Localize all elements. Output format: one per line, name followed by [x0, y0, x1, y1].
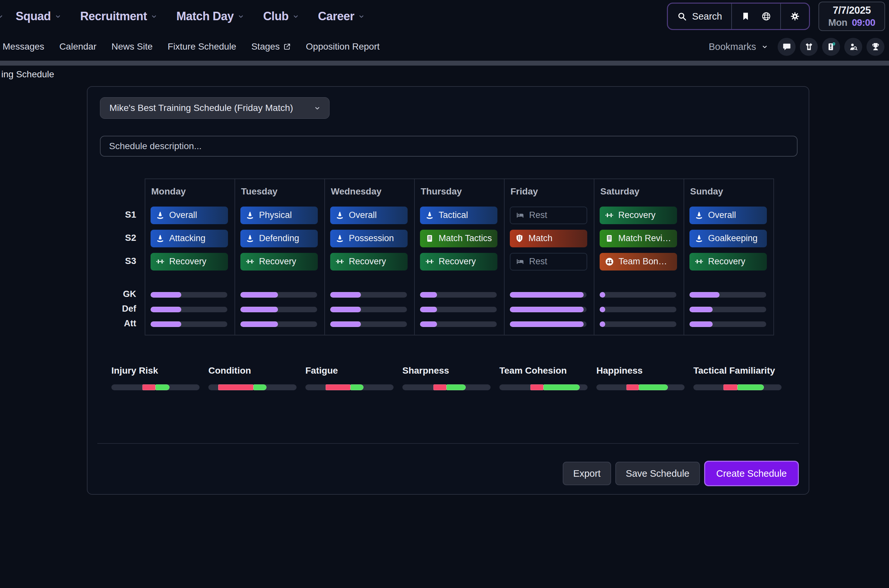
session-saturday-team-bondi[interactable]: Team Bondi...: [600, 253, 677, 270]
session-friday-match[interactable]: Match: [510, 230, 587, 248]
session-monday-overall[interactable]: Overall: [150, 207, 228, 224]
subnav-opposition-report[interactable]: Opposition Report: [306, 42, 380, 52]
cone-icon: [245, 211, 254, 220]
workload-bar-sunday-att: [689, 321, 766, 327]
workload-bar-tuesday-gk: [241, 292, 317, 298]
day-column-friday: Friday Rest Match Rest: [504, 179, 594, 335]
schedule-panel: Mike's Best Training Schedule (Friday Ma…: [87, 86, 809, 495]
session-wednesday-possession[interactable]: Possession: [330, 230, 408, 248]
bookmarks-dropdown[interactable]: Bookmarks: [709, 42, 767, 52]
globe-icon[interactable]: [761, 11, 771, 21]
dumbbell-icon: [605, 211, 614, 220]
day-header: Monday: [145, 179, 235, 204]
clock-day: Mon: [828, 17, 847, 28]
save-schedule-button[interactable]: Save Schedule: [615, 462, 700, 485]
session-tuesday-physical[interactable]: Physical: [241, 207, 318, 224]
session-sunday-recovery[interactable]: Recovery: [689, 253, 767, 270]
session-monday-recovery[interactable]: Recovery: [150, 253, 228, 270]
workload-bar-friday-gk: [510, 292, 587, 298]
nav-recruitment[interactable]: Recruitment: [80, 9, 157, 23]
unit-row-label: Def: [116, 302, 145, 316]
day-column-thursday: Thursday Tactical Match Tactics Recovery: [414, 179, 504, 335]
stat-sharpness: Sharpness: [402, 366, 490, 390]
schedule-select[interactable]: Mike's Best Training Schedule (Friday Ma…: [100, 97, 329, 119]
export-button[interactable]: Export: [563, 462, 611, 485]
stat-bar-happiness: [596, 384, 684, 390]
session-tuesday-recovery[interactable]: Recovery: [241, 253, 318, 270]
dumbbell-icon: [335, 257, 344, 266]
workload-bar-saturday-def: [600, 307, 676, 312]
subnav-fixture-schedule[interactable]: Fixture Schedule: [167, 42, 236, 52]
stat-fatigue: Fatigue: [305, 366, 394, 390]
day-header: Tuesday: [235, 179, 324, 204]
stat-bar-sharpness: [402, 384, 490, 390]
toolbar-pill: Search: [667, 3, 810, 30]
subnav-messages[interactable]: Messages: [3, 42, 44, 52]
nav-club[interactable]: Club: [263, 9, 298, 23]
day-header: Wednesday: [325, 179, 414, 204]
subnav-calendar[interactable]: Calendar: [59, 42, 97, 52]
card-alert-icon: [826, 42, 836, 51]
session-thursday-recovery[interactable]: Recovery: [420, 253, 497, 270]
stat-bar-tactical-familiarity: [693, 384, 782, 390]
panel-divider: [97, 443, 799, 444]
shirt-button[interactable]: [800, 38, 818, 56]
training-schedule-screen: Squad Recruitment Match Day Club Career …: [0, 0, 889, 588]
nav-match-day[interactable]: Match Day: [176, 9, 244, 23]
clipboard-icon: [425, 234, 434, 243]
session-monday-attacking[interactable]: Attacking: [150, 230, 228, 248]
workload-bar-saturday-att: [600, 321, 676, 327]
stat-happiness: Happiness: [596, 366, 684, 390]
session-saturday-recovery[interactable]: Recovery: [600, 207, 677, 224]
bookmark-icon[interactable]: [741, 12, 756, 21]
chevron-down-icon: [0, 14, 3, 19]
nav-squad[interactable]: Squad: [16, 9, 61, 23]
day-column-sunday: Sunday Overall Goalkeeping Recovery: [684, 179, 773, 335]
card-alert-button[interactable]: [822, 38, 840, 56]
top-nav-items: Squad Recruitment Match Day Club Career: [16, 9, 364, 23]
sub-nav-bar: Messages Calendar News Site Fixture Sche…: [0, 33, 889, 61]
chevron-down-icon: [151, 14, 157, 19]
session-sunday-overall[interactable]: Overall: [689, 207, 767, 224]
day-column-wednesday: Wednesday Overall Possession Recovery: [324, 179, 414, 335]
session-friday-rest[interactable]: Rest: [510, 207, 587, 224]
row-labels-gutter: S1S2S3GKDefAtt: [116, 178, 145, 336]
clock-date: 7/7/2025: [833, 4, 871, 16]
unit-row-label: GK: [116, 287, 145, 302]
subnav-news-site[interactable]: News Site: [111, 42, 152, 52]
stat-injury-risk: Injury Risk: [111, 366, 200, 390]
schedule-description-input[interactable]: [100, 136, 797, 157]
subnav-stages[interactable]: Stages: [251, 42, 291, 52]
nav-career[interactable]: Career: [318, 9, 364, 23]
session-wednesday-recovery[interactable]: Recovery: [330, 253, 408, 270]
search-button[interactable]: Search: [668, 4, 731, 29]
session-saturday-match-review[interactable]: Match Review: [600, 230, 677, 248]
session-thursday-tactical[interactable]: Tactical: [420, 207, 497, 224]
chat-button[interactable]: [778, 38, 796, 56]
session-sunday-goalkeeping[interactable]: Goalkeeping: [689, 230, 767, 248]
squad-stats-row: Injury Risk Condition Fatigue Sharpness: [111, 366, 782, 390]
create-schedule-button[interactable]: Create Schedule: [704, 461, 799, 486]
session-friday-rest[interactable]: Rest: [510, 253, 587, 270]
unit-row-label: Att: [116, 316, 145, 331]
gear-icon: [790, 11, 800, 21]
external-link-icon: [283, 43, 291, 51]
stat-condition: Condition: [208, 366, 296, 390]
settings-button[interactable]: [781, 4, 809, 29]
chevron-down-icon: [238, 14, 244, 19]
day-columns: Monday Overall Attacking Recovery: [145, 178, 774, 336]
nav-divider-band: [0, 61, 889, 66]
cone-icon: [245, 234, 254, 243]
session-thursday-match-tactics[interactable]: Match Tactics: [420, 230, 497, 248]
trophy-button[interactable]: [866, 38, 884, 56]
session-tuesday-defending[interactable]: Defending: [241, 230, 318, 248]
stat-bar-team-cohesion: [499, 384, 588, 390]
game-clock[interactable]: 7/7/2025 Mon 09:00: [818, 2, 885, 31]
day-column-tuesday: Tuesday Physical Defending Recovery: [235, 179, 324, 335]
shield-icon: [515, 234, 524, 243]
bed-icon: [516, 257, 525, 266]
scout-button[interactable]: [844, 38, 862, 56]
chevron-down-icon: [359, 14, 364, 19]
chevron-down-icon: [314, 105, 320, 111]
session-wednesday-overall[interactable]: Overall: [330, 207, 408, 224]
